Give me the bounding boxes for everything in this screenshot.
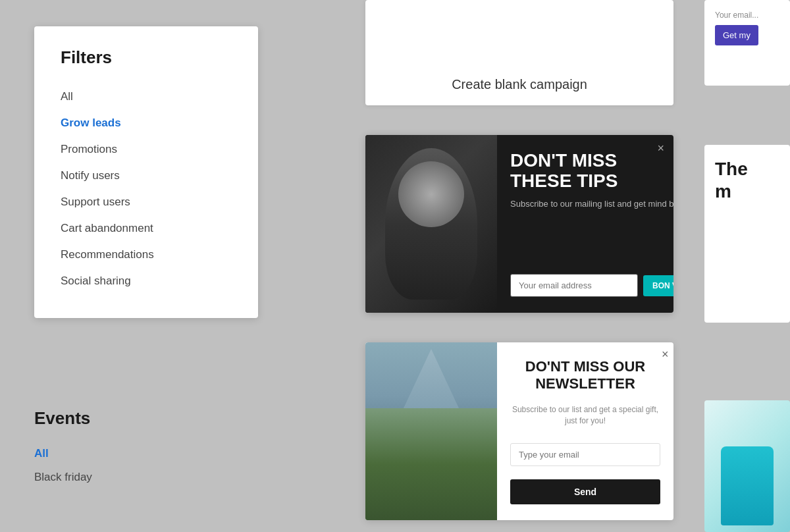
email-capture-card: Your email... Get my: [704, 0, 790, 86]
filter-item-promotions[interactable]: Promotions: [61, 136, 232, 163]
right-card: Them: [704, 145, 790, 323]
right-card-text: Them: [715, 158, 779, 202]
popup-card-1-subtitle: Subscribe to our mailing list and get mi…: [510, 198, 673, 210]
popup-card-2-image: [365, 342, 497, 520]
events-title: Events: [34, 408, 258, 429]
filter-item-notify-users[interactable]: Notify users: [61, 163, 232, 189]
bon-voyage-button[interactable]: BON VOYAGE: [643, 275, 673, 296]
send-button[interactable]: Send: [510, 479, 660, 504]
popup-card-1-email-input[interactable]: [510, 274, 638, 297]
main-content: Filters All Grow leads Promotions Notify…: [0, 0, 790, 532]
bottom-right-card: [704, 400, 790, 532]
popup-card-1: DON'T MISSTHESE TIPS Subscribe to our ma…: [365, 135, 673, 313]
email-capture-label: Your email...: [715, 11, 779, 20]
popup-card-2-subtitle: Subscribe to our list and get a special …: [510, 404, 660, 427]
get-my-button[interactable]: Get my: [715, 25, 758, 45]
filter-item-recommendations[interactable]: Recommendations: [61, 242, 232, 268]
events-section: Events All Black friday: [34, 408, 258, 489]
filter-item-all[interactable]: All: [61, 84, 232, 110]
event-item-black-friday[interactable]: Black friday: [34, 466, 258, 489]
create-campaign-title: Create blank campaign: [452, 77, 587, 92]
popup-card-2-title: DO'NT MISS OURNEWSLETTER: [510, 358, 660, 393]
popup-card-1-image: [365, 135, 497, 313]
popup-card-1-title: DON'T MISSTHESE TIPS: [510, 151, 673, 192]
popup-card-1-form: BON VOYAGE: [510, 274, 673, 297]
popup-card-2: DO'NT MISS OURNEWSLETTER Subscribe to ou…: [365, 342, 673, 520]
filter-item-grow-leads[interactable]: Grow leads: [61, 110, 232, 136]
popup-card-2-content: DO'NT MISS OURNEWSLETTER Subscribe to ou…: [497, 342, 673, 520]
filter-item-cart-abandonment[interactable]: Cart abandonment: [61, 215, 232, 242]
product-shape: [721, 446, 774, 525]
popup-card-2-email-input[interactable]: [510, 443, 660, 466]
create-campaign-card[interactable]: Create blank campaign: [365, 0, 673, 105]
popup-card-1-content: DON'T MISSTHESE TIPS Subscribe to our ma…: [497, 135, 673, 313]
popup-card-1-close-button[interactable]: ×: [657, 142, 664, 155]
event-item-all[interactable]: All: [34, 442, 258, 466]
filter-item-social-sharing[interactable]: Social sharing: [61, 268, 232, 294]
popup-card-2-close-button[interactable]: ×: [662, 348, 669, 361]
filter-item-support-users[interactable]: Support users: [61, 189, 232, 215]
product-preview: [704, 400, 790, 532]
filters-title: Filters: [61, 47, 232, 68]
filters-panel: Filters All Grow leads Promotions Notify…: [34, 26, 258, 318]
